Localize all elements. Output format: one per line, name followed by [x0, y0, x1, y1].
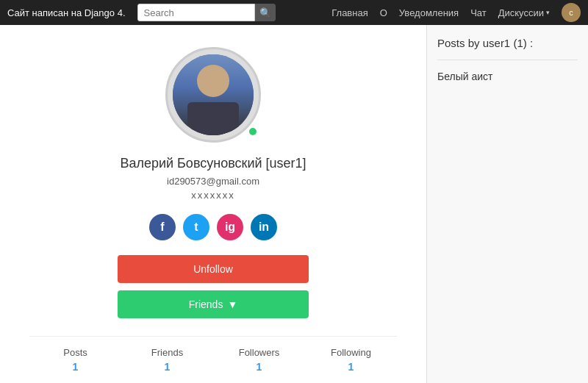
- stat-followers-label: Followers: [213, 347, 305, 358]
- stat-following: Following 1: [305, 347, 397, 373]
- profile-name: Валерий Бовсуновский [user1]: [120, 156, 306, 171]
- profile-stats: Posts 1 Friends 1 Followers 1 Following …: [29, 336, 397, 373]
- navbar: Сайт написан на Django 4. 🔍 Главная О Ув…: [0, 0, 588, 25]
- friends-arrow-icon: ▼: [227, 298, 237, 310]
- stat-following-label: Following: [305, 347, 397, 358]
- stat-friends: Friends 1: [121, 347, 213, 373]
- profile-email: id290573@gmail.com: [167, 176, 259, 187]
- nav-discussions-dropdown[interactable]: Дискуссии ▾: [498, 7, 550, 18]
- stat-followers: Followers 1: [213, 347, 305, 373]
- stat-posts-value[interactable]: 1: [29, 361, 121, 373]
- nav-notifications[interactable]: Уведомления: [399, 7, 459, 18]
- friends-button[interactable]: Friends ▼: [118, 290, 309, 318]
- stat-following-value[interactable]: 1: [305, 361, 397, 373]
- avatar-letter: с: [569, 8, 573, 17]
- nav-about[interactable]: О: [380, 7, 387, 18]
- avatar[interactable]: с: [562, 3, 581, 22]
- sidebar-title: Posts by user1 (1) :: [437, 37, 578, 49]
- social-icons: f t ig in: [149, 214, 277, 240]
- avatar-wrapper: [165, 47, 261, 143]
- search-button[interactable]: 🔍: [255, 4, 276, 21]
- avatar-bg: [165, 47, 261, 143]
- nav-discussions-label: Дискуссии: [498, 7, 544, 18]
- unfollow-button[interactable]: Unfollow: [118, 255, 309, 283]
- sidebar: Posts by user1 (1) : Белый аист: [426, 25, 588, 383]
- search-input[interactable]: [137, 4, 255, 21]
- main-container: Валерий Бовсуновский [user1] id290573@gm…: [0, 25, 588, 383]
- avatar-inner: [173, 54, 254, 135]
- profile-extra: xxxxxxx: [191, 190, 235, 201]
- online-status-dot: [248, 126, 258, 137]
- site-brand: Сайт написан на Django 4.: [7, 7, 126, 18]
- instagram-icon[interactable]: ig: [217, 214, 243, 240]
- sidebar-divider: [437, 60, 578, 60]
- twitter-icon[interactable]: t: [183, 214, 209, 240]
- avatar-silhouette: [173, 54, 254, 135]
- search-form: 🔍: [137, 4, 276, 21]
- profile-area: Валерий Бовсуновский [user1] id290573@gm…: [0, 25, 426, 383]
- sidebar-post-item[interactable]: Белый аист: [437, 71, 578, 82]
- stat-friends-value[interactable]: 1: [121, 361, 213, 373]
- facebook-icon[interactable]: f: [149, 214, 176, 240]
- avatar-body: [187, 102, 239, 135]
- stat-followers-value[interactable]: 1: [213, 361, 305, 373]
- nav-chat[interactable]: Чат: [470, 7, 487, 18]
- avatar-head: [197, 65, 229, 97]
- stat-posts: Posts 1: [29, 347, 121, 373]
- chevron-down-icon: ▾: [546, 9, 550, 16]
- search-icon: 🔍: [259, 7, 271, 18]
- friends-label: Friends: [189, 298, 223, 310]
- stat-posts-label: Posts: [29, 347, 121, 358]
- nav-home[interactable]: Главная: [331, 7, 368, 18]
- linkedin-icon[interactable]: in: [251, 214, 277, 240]
- stat-friends-label: Friends: [121, 347, 213, 358]
- nav-links: Главная О Уведомления Чат Дискуссии ▾ с: [331, 3, 581, 22]
